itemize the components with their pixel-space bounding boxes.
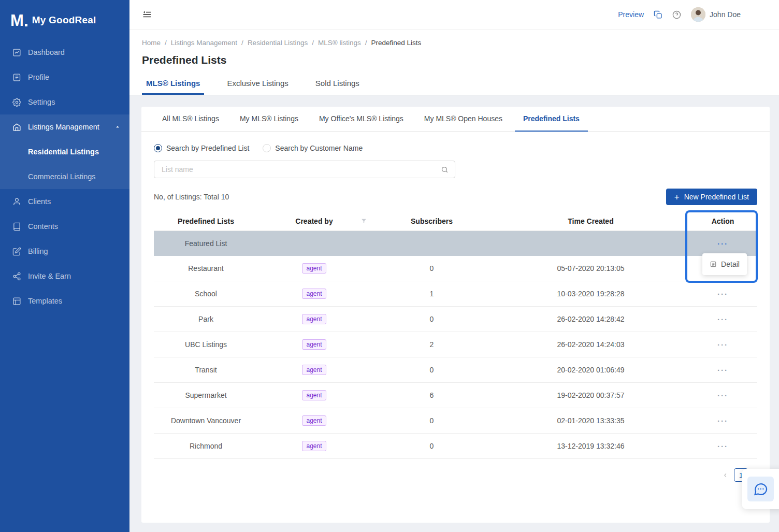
breadcrumb-item[interactable]: Home (142, 39, 161, 47)
time-created: 20-02-2020 01:06:49 (557, 366, 625, 374)
more-icon[interactable]: ··· (717, 290, 728, 298)
created-by-tag: agent (302, 263, 326, 274)
table-row[interactable]: Downtown Vancouveragent002-01-2020 13:33… (154, 408, 757, 434)
breadcrumb-item: Predefined Lists (371, 39, 421, 47)
subscribers-count: 1 (430, 290, 434, 298)
more-icon[interactable]: ··· (717, 416, 728, 425)
sidebar-item-dashboard[interactable]: Dashboard (0, 40, 129, 65)
subscribers-count: 0 (430, 264, 434, 272)
list-name: Restaurant (188, 264, 223, 272)
tab-sold-listings[interactable]: Sold Listings (311, 73, 364, 95)
chevron-left-icon[interactable] (722, 472, 729, 479)
table-row[interactable]: Parkagent026-02-2020 14:28:42··· (154, 307, 757, 332)
column-header-subscribers: Subscribers (370, 217, 493, 225)
time-created: 05-07-2020 20:13:05 (557, 264, 625, 272)
sidebar-item-label: Commercial Listings (28, 172, 96, 181)
subscribers-count: 2 (430, 340, 434, 349)
table-row[interactable]: Restaurantagent005-07-2020 20:13:05··· (154, 256, 757, 281)
sidebar-item-clients[interactable]: Clients (0, 189, 129, 214)
subtab-my-mls-listings[interactable]: My MLS® Listings (232, 107, 307, 132)
sidebar: M My GoodReal DashboardProfileSettingsLi… (0, 0, 129, 532)
table-row[interactable]: Richmondagent013-12-2019 13:32:46··· (154, 434, 757, 459)
sidebar-submenu-panel: Listings ManagementResidential ListingsC… (0, 114, 129, 189)
table-header-row: Predefined ListsCreated bySubscribersTim… (154, 211, 757, 231)
list-name: School (195, 290, 217, 298)
search-input[interactable] (161, 165, 441, 174)
profile-icon (12, 73, 21, 82)
tab-exclusive-listings[interactable]: Exclusive Listings (223, 73, 292, 95)
breadcrumb-separator: / (165, 39, 167, 47)
sidebar-item-residential-listings[interactable]: Residential Listings (0, 139, 129, 164)
detail-icon (710, 261, 717, 268)
new-predefined-list-button[interactable]: + New Predefined List (666, 189, 757, 205)
subscribers-count: 0 (430, 442, 434, 450)
copy-icon[interactable] (654, 10, 662, 19)
listings-management-icon (12, 123, 21, 132)
table-row[interactable]: Schoolagent110-03-2020 19:28:28··· (154, 281, 757, 307)
list-name: Downtown Vancouver (171, 416, 241, 425)
menu-fold-icon[interactable] (142, 10, 152, 19)
sidebar-item-label: Templates (28, 297, 62, 305)
sidebar-item-listings-management[interactable]: Listings Management (0, 114, 129, 139)
sidebar-item-contents[interactable]: Contents (0, 214, 129, 239)
billing-icon (12, 247, 21, 256)
breadcrumb-item[interactable]: Residential Listings (248, 39, 308, 47)
list-name: Featured List (185, 239, 227, 248)
table-row[interactable]: Featured List··· (154, 231, 757, 256)
sidebar-item-label: Billing (28, 247, 48, 255)
breadcrumb-separator: / (365, 39, 367, 47)
sidebar-item-commercial-listings[interactable]: Commercial Listings (0, 164, 129, 189)
table-row[interactable]: Supermarketagent619-02-2020 00:37:57··· (154, 383, 757, 408)
column-header-predefined-lists: Predefined Lists (154, 217, 258, 225)
radio-label: Search by Customer Name (275, 144, 363, 152)
sidebar-item-profile[interactable]: Profile (0, 65, 129, 90)
main-column: Preview (129, 0, 779, 532)
sidebar-item-billing[interactable]: Billing (0, 239, 129, 264)
list-name: Richmond (190, 442, 222, 450)
sidebar-item-templates[interactable]: Templates (0, 289, 129, 313)
more-icon[interactable]: ··· (717, 366, 728, 375)
more-icon[interactable]: ··· (717, 315, 728, 324)
main-tabs: MLS® ListingsExclusive ListingsSold List… (142, 73, 767, 95)
help-circle-icon[interactable] (672, 10, 681, 19)
chat-widget (742, 469, 779, 509)
search-icon[interactable] (441, 166, 449, 174)
subtab-all-mls-listings[interactable]: All MLS® Listings (154, 107, 227, 132)
created-by-tag: agent (302, 289, 326, 299)
list-name: Transit (195, 366, 217, 374)
subtab-my-office-s-mls-listings[interactable]: My Office's MLS® Listings (311, 107, 412, 132)
sidebar-item-invite-earn[interactable]: Invite & Earn (0, 264, 129, 289)
more-icon[interactable]: ··· (717, 442, 728, 451)
radio-search-by-customer-name[interactable]: Search by Customer Name (263, 144, 363, 152)
new-predefined-list-label: New Predefined List (684, 193, 749, 201)
radio-search-by-predefined-list[interactable]: Search by Predefined List (154, 144, 249, 152)
sub-tabs: All MLS® ListingsMy MLS® ListingsMy Offi… (141, 107, 770, 132)
more-icon[interactable]: ··· (717, 239, 728, 248)
content-area: All MLS® ListingsMy MLS® ListingsMy Offi… (129, 95, 779, 532)
chat-launcher[interactable] (747, 477, 774, 501)
preview-link[interactable]: Preview (618, 10, 644, 19)
breadcrumb-item[interactable]: MLS® listings (318, 39, 361, 47)
subscribers-count: 0 (430, 416, 434, 425)
more-icon[interactable]: ··· (717, 391, 728, 400)
table-row[interactable]: UBC Listingsagent226-02-2020 14:24:03··· (154, 332, 757, 357)
more-icon[interactable]: ··· (717, 340, 728, 349)
list-name: Park (198, 315, 213, 323)
sidebar-nav: DashboardProfileSettingsListings Managem… (0, 40, 129, 313)
table-row[interactable]: Transitagent020-02-2020 01:06:49··· (154, 357, 757, 383)
listings-bar: No, of Listings: Total 10 + New Predefin… (154, 189, 757, 205)
filter-icon[interactable] (360, 218, 367, 224)
subtab-predefined-lists[interactable]: Predefined Lists (515, 107, 588, 132)
settings-icon (12, 98, 21, 107)
column-header-action: Action (688, 217, 757, 225)
user-menu[interactable]: John Doe (691, 7, 741, 22)
sidebar-item-settings[interactable]: Settings (0, 90, 129, 114)
action-menu-detail[interactable]: Detail (702, 253, 747, 275)
created-by-tag: agent (302, 314, 326, 324)
subtab-my-mls-open-houses[interactable]: My MLS® Open Houses (416, 107, 511, 132)
subscribers-count: 0 (430, 315, 434, 323)
sidebar-item-label: Invite & Earn (28, 272, 71, 280)
listings-card: All MLS® ListingsMy MLS® ListingsMy Offi… (141, 107, 770, 523)
tab-mls-listings[interactable]: MLS® Listings (142, 73, 204, 95)
breadcrumb-item[interactable]: Listings Management (171, 39, 237, 47)
